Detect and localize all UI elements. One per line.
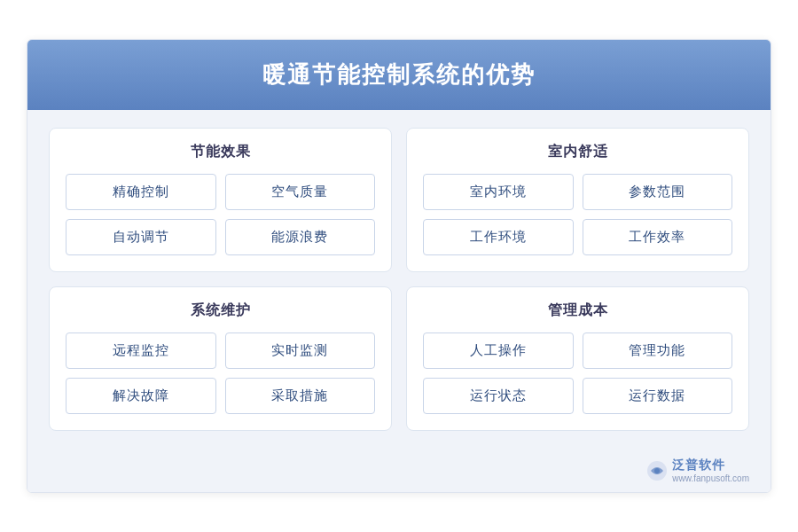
logo-url: www.fanpusoft.com xyxy=(672,473,749,483)
item-box: 远程监控 xyxy=(66,332,216,369)
svg-point-1 xyxy=(654,468,660,473)
item-box: 解决故障 xyxy=(66,378,216,414)
item-box: 运行状态 xyxy=(423,378,574,414)
item-box: 工作效率 xyxy=(583,219,733,255)
item-box: 运行数据 xyxy=(583,378,733,414)
item-box: 能源浪费 xyxy=(225,219,376,255)
item-box: 人工操作 xyxy=(423,332,574,369)
section-title-energy-saving: 节能效果 xyxy=(66,143,375,161)
section-system-maintenance: 系统维护远程监控实时监测解决故障采取措施 xyxy=(49,286,392,431)
item-box: 实时监测 xyxy=(225,332,376,369)
section-energy-saving: 节能效果精确控制空气质量自动调节能源浪费 xyxy=(49,128,392,272)
items-grid-indoor-comfort: 室内环境参数范围工作环境工作效率 xyxy=(423,174,732,255)
header-section: 暖通节能控制系统的优势 xyxy=(27,40,771,110)
item-box: 参数范围 xyxy=(583,174,733,210)
content-area: 节能效果精确控制空气质量自动调节能源浪费室内舒适室内环境参数范围工作环境工作效率… xyxy=(27,110,771,452)
main-card: 暖通节能控制系统的优势 节能效果精确控制空气质量自动调节能源浪费室内舒适室内环境… xyxy=(27,39,771,493)
item-box: 自动调节 xyxy=(66,219,216,255)
item-box: 室内环境 xyxy=(423,174,574,210)
item-box: 空气质量 xyxy=(225,174,376,210)
page-title: 暖通节能控制系统的优势 xyxy=(54,59,744,90)
items-grid-system-maintenance: 远程监控实时监测解决故障采取措施 xyxy=(66,332,375,414)
section-title-indoor-comfort: 室内舒适 xyxy=(423,143,732,161)
section-title-system-maintenance: 系统维护 xyxy=(66,301,375,320)
section-management-cost: 管理成本人工操作管理功能运行状态运行数据 xyxy=(406,286,749,431)
item-box: 工作环境 xyxy=(423,219,574,255)
items-grid-energy-saving: 精确控制空气质量自动调节能源浪费 xyxy=(66,174,375,255)
item-box: 管理功能 xyxy=(583,332,733,369)
section-indoor-comfort: 室内舒适室内环境参数范围工作环境工作效率 xyxy=(406,128,749,272)
logo-name: 泛普软件 xyxy=(672,458,725,473)
logo-text: 泛普软件 www.fanpusoft.com xyxy=(672,458,749,483)
footer: 泛普软件 www.fanpusoft.com xyxy=(27,452,771,492)
logo-area: 泛普软件 www.fanpusoft.com xyxy=(645,458,749,483)
item-box: 采取措施 xyxy=(225,378,376,414)
section-title-management-cost: 管理成本 xyxy=(423,301,732,320)
item-box: 精确控制 xyxy=(66,174,216,210)
logo-icon xyxy=(645,459,669,482)
items-grid-management-cost: 人工操作管理功能运行状态运行数据 xyxy=(423,332,732,414)
